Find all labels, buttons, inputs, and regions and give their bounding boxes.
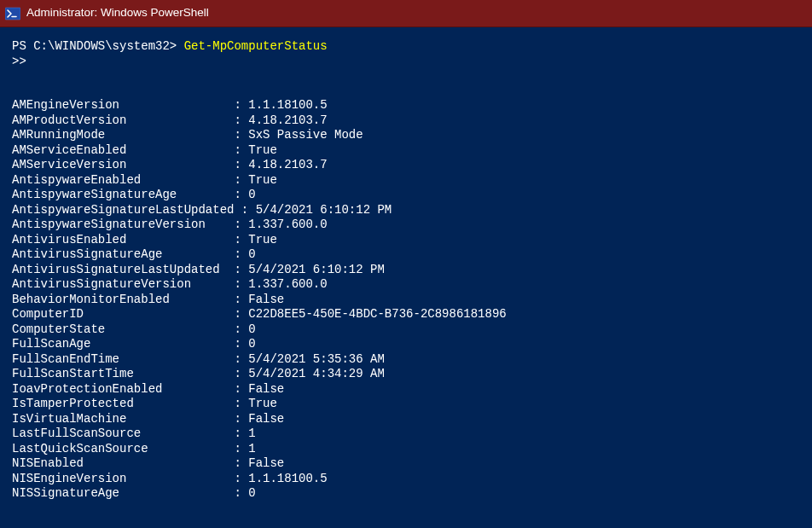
title-bar[interactable]: Administrator: Windows PowerShell	[0, 0, 812, 27]
output-row: AntivirusSignatureAge : 0	[12, 247, 800, 263]
output-row: NISEnabled : False	[12, 456, 800, 472]
prompt-line: PS C:\WINDOWS\system32> Get-MpComputerSt…	[12, 39, 800, 55]
output-row: AntispywareSignatureVersion : 1.337.600.…	[12, 218, 800, 233]
output-row: AntispywareEnabled : True	[12, 173, 800, 189]
output-row: IsTamperProtected : True	[12, 397, 800, 412]
command-text: Get-MpComputerStatus	[184, 39, 328, 53]
output-row: AMServiceVersion : 4.18.2103.7	[12, 158, 800, 173]
output-row: AntivirusEnabled : True	[12, 233, 800, 248]
output-row: NISEngineVersion : 1.1.18100.5	[12, 472, 800, 487]
command-output: AMEngineVersion : 1.1.18100.5AMProductVe…	[12, 98, 800, 502]
blank-line	[12, 69, 800, 84]
output-row: AMServiceEnabled : True	[12, 143, 800, 159]
powershell-icon	[5, 6, 20, 21]
output-row: IoavProtectionEnabled : False	[12, 382, 800, 397]
output-row: AMProductVersion : 4.18.2103.7	[12, 113, 800, 129]
svg-rect-0	[5, 8, 20, 20]
output-row: AntivirusSignatureLastUpdated : 5/4/2021…	[12, 263, 800, 278]
output-row: FullScanStartTime : 5/4/2021 4:34:29 AM	[12, 367, 800, 382]
output-row: FullScanEndTime : 5/4/2021 5:35:36 AM	[12, 352, 800, 368]
output-row: AntispywareSignatureAge : 0	[12, 188, 800, 203]
output-row: AntivirusSignatureVersion : 1.337.600.0	[12, 277, 800, 293]
output-row: ComputerState : 0	[12, 322, 800, 338]
output-row: NISSignatureAge : 0	[12, 486, 800, 502]
output-row: FullScanAge : 0	[12, 337, 800, 352]
output-row: AntispywareSignatureLastUpdated : 5/4/20…	[12, 203, 800, 218]
output-row: LastQuickScanSource : 1	[12, 442, 800, 457]
continuation-prompt: >>	[12, 55, 800, 70]
output-row: IsVirtualMachine : False	[12, 412, 800, 427]
terminal-area[interactable]: PS C:\WINDOWS\system32> Get-MpComputerSt…	[0, 27, 812, 502]
output-row: ComputerID : C22D8EE5-450E-4BDC-B736-2C8…	[12, 307, 800, 322]
window-title: Administrator: Windows PowerShell	[26, 6, 209, 20]
output-row: BehaviorMonitorEnabled : False	[12, 293, 800, 308]
prompt-prefix: PS C:\WINDOWS\system32>	[12, 39, 184, 53]
output-row: LastFullScanSource : 1	[12, 426, 800, 442]
output-row: AMEngineVersion : 1.1.18100.5	[12, 98, 800, 113]
blank-line	[12, 84, 800, 98]
output-row: AMRunningMode : SxS Passive Mode	[12, 128, 800, 143]
